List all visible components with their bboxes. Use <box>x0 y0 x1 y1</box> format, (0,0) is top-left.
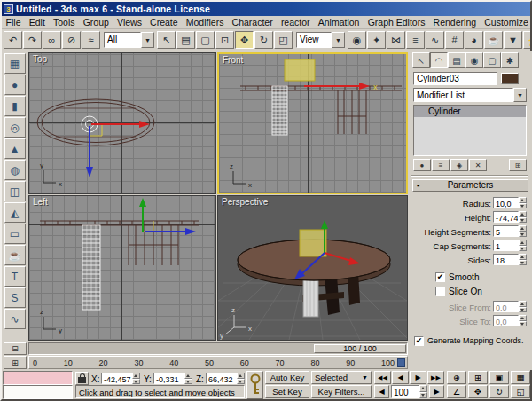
redo-icon[interactable]: ↷ <box>23 31 42 49</box>
title-bar[interactable]: 3 Untitled - 3ds max 6 - Stand-alone Lic… <box>2 2 530 16</box>
show-end-result-icon[interactable]: ≡ <box>432 159 450 171</box>
select-and-move-icon[interactable]: ✥ <box>235 31 254 49</box>
z-coordinate-field[interactable]: 66,432 <box>206 373 245 384</box>
menu-item-edit[interactable]: Edit <box>25 17 49 28</box>
quick-render-icon[interactable]: ⚡ <box>523 31 530 49</box>
viewport-perspective[interactable]: Perspective <box>217 195 408 341</box>
menu-item-views[interactable]: Views <box>113 17 145 28</box>
viewport-front-label[interactable]: Front <box>223 55 243 65</box>
mirror-icon[interactable]: ⋈ <box>387 31 405 49</box>
arc-rotate-icon[interactable]: ↻ <box>489 385 509 398</box>
reference-coordinate-dropdown[interactable]: View ▼ <box>296 32 345 48</box>
selection-lock-toggle[interactable] <box>75 372 89 385</box>
spin-down-icon[interactable] <box>184 379 192 385</box>
next-key-button[interactable]: ▶ <box>429 385 444 398</box>
create-tab[interactable]: ↖ <box>412 52 430 68</box>
utilities-tab[interactable]: ✱ <box>501 52 519 68</box>
spin-down-icon[interactable] <box>519 321 527 327</box>
menu-item-character[interactable]: Character <box>228 17 277 28</box>
render-scene-icon[interactable]: ☕ <box>484 31 503 49</box>
slice-on-checkbox[interactable]: Slice On <box>435 286 482 296</box>
zoom-extents-icon[interactable]: ▣ <box>489 371 509 384</box>
parameters-rollout-header[interactable]: - Parameters <box>412 179 528 192</box>
chevron-down-icon[interactable]: ▼ <box>332 32 345 48</box>
hierarchy-tab[interactable]: ▤ <box>448 52 466 68</box>
spin-down-icon[interactable] <box>519 307 527 313</box>
modifier-list-dropdown[interactable]: Modifier List ▼ <box>413 88 527 102</box>
box-icon[interactable]: ▦ <box>4 53 26 74</box>
spin-up-icon[interactable] <box>419 385 427 392</box>
cylinder-icon[interactable]: ▮ <box>4 96 26 116</box>
auto-key-button[interactable]: Auto Key <box>265 371 309 384</box>
make-unique-icon[interactable]: ◈ <box>450 159 468 171</box>
helix-icon[interactable]: ∿ <box>4 309 26 329</box>
remove-modifier-icon[interactable]: ✕ <box>469 159 487 171</box>
render-type-icon[interactable]: ▼ <box>504 31 522 49</box>
undo-icon[interactable]: ↶ <box>4 31 22 49</box>
zoom-icon[interactable]: ⊕ <box>447 371 466 384</box>
plane-icon[interactable]: ▭ <box>4 224 26 244</box>
modifier-stack[interactable]: Cylinder <box>413 105 527 156</box>
menu-item-modifiers[interactable]: Modifiers <box>182 17 228 28</box>
y-coordinate-field[interactable]: -0,331 <box>153 373 192 384</box>
object-name-field[interactable]: Cylinder03 <box>413 72 497 85</box>
curve-editor-icon[interactable]: ∿ <box>426 31 444 49</box>
go-to-end-button[interactable]: ▶▶ <box>427 371 444 384</box>
menu-item-tools[interactable]: Tools <box>49 17 79 28</box>
time-slider-left-icon[interactable]: ⊟ <box>4 342 27 355</box>
time-slider-handle[interactable]: 100 / 100 <box>314 344 406 353</box>
track-bar[interactable]: 0 10 20 30 40 50 60 70 80 90 100 <box>28 356 408 369</box>
window-crossing-icon[interactable]: ⊡ <box>215 31 234 49</box>
smooth-checkbox[interactable]: ✔ Smooth <box>435 271 479 282</box>
select-and-link-icon[interactable]: ∞ <box>43 31 61 49</box>
viewport-top-label[interactable]: Top <box>33 54 47 64</box>
zoom-extents-all-icon[interactable]: ▦ <box>511 371 530 384</box>
cap-segments-spinner[interactable]: 1 <box>493 240 527 251</box>
chevron-down-icon[interactable]: ▼ <box>513 88 527 102</box>
menu-item-graph-editors[interactable]: Graph Editors <box>364 17 429 28</box>
set-key-button[interactable]: Set Key <box>265 385 309 398</box>
slice-to-spinner[interactable]: 0,0 <box>493 315 527 326</box>
track-bar-left-icon[interactable]: ⊞ <box>4 356 27 369</box>
zoom-all-icon[interactable]: ⊞ <box>468 371 488 384</box>
viewport-top[interactable]: Top x y <box>28 52 216 194</box>
tube-icon[interactable]: ◫ <box>4 181 26 201</box>
chevron-down-icon[interactable]: ▼ <box>141 32 154 48</box>
maxscript-mini-listener-pink[interactable] <box>3 371 73 385</box>
schematic-view-icon[interactable]: # <box>445 31 464 49</box>
height-spinner[interactable]: -74,74 <box>493 211 527 223</box>
go-to-start-button[interactable]: ◀◀ <box>374 371 391 384</box>
display-tab[interactable]: ▢ <box>483 52 501 68</box>
spin-down-icon[interactable] <box>519 203 527 209</box>
motion-tab[interactable]: ◉ <box>466 52 483 68</box>
selection-region-icon[interactable]: ▢ <box>196 31 215 49</box>
set-keys-button[interactable] <box>246 371 263 399</box>
key-filters-button[interactable]: Key Filters... <box>311 385 372 398</box>
text-icon[interactable]: T <box>4 266 26 287</box>
min-max-toggle-icon[interactable]: ◱ <box>511 385 530 398</box>
menu-item-animation[interactable]: Animation <box>314 17 364 28</box>
key-mode-dropdown[interactable]: Selected▼ <box>311 371 372 384</box>
viewport-left[interactable]: Left y z <box>28 195 216 341</box>
material-editor-icon[interactable]: ◕ <box>465 31 483 49</box>
teapot-icon[interactable]: ☕ <box>4 245 26 265</box>
pan-icon[interactable]: ✥ <box>468 385 488 398</box>
spin-down-icon[interactable] <box>132 379 140 385</box>
slice-from-spinner[interactable]: 0,0 <box>493 301 527 312</box>
sphere-icon[interactable]: ● <box>4 75 26 95</box>
torus-icon[interactable]: ◎ <box>4 117 26 138</box>
configure-modifier-sets-icon[interactable]: ⊞ <box>509 159 527 171</box>
spin-down-icon[interactable] <box>237 379 245 385</box>
previous-key-button[interactable]: ◀ <box>374 385 389 398</box>
app-icon[interactable]: 3 <box>4 4 13 14</box>
radius-spinner[interactable]: 10,0 <box>493 197 527 208</box>
current-frame-field[interactable]: 100 <box>391 385 427 398</box>
menu-item-file[interactable]: File <box>2 17 25 28</box>
spin-down-icon[interactable] <box>519 217 527 224</box>
menu-item-group[interactable]: Group <box>79 17 113 28</box>
use-pivot-point-center-icon[interactable]: ◉ <box>348 31 366 49</box>
pin-stack-icon[interactable]: ● <box>413 159 431 171</box>
select-and-rotate-icon[interactable]: ↻ <box>254 31 273 49</box>
select-and-scale-icon[interactable]: ◰ <box>274 31 293 49</box>
pyramid-icon[interactable]: ◭ <box>4 202 26 223</box>
